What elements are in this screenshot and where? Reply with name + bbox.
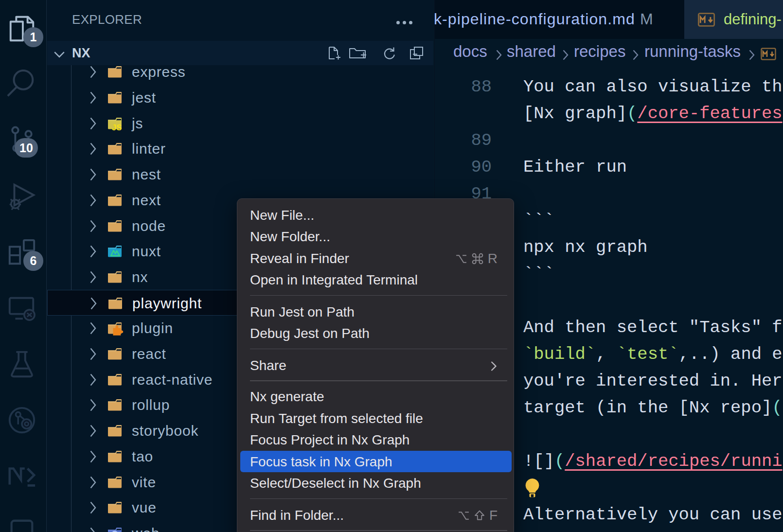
svg-text:JS: JS — [112, 123, 122, 132]
